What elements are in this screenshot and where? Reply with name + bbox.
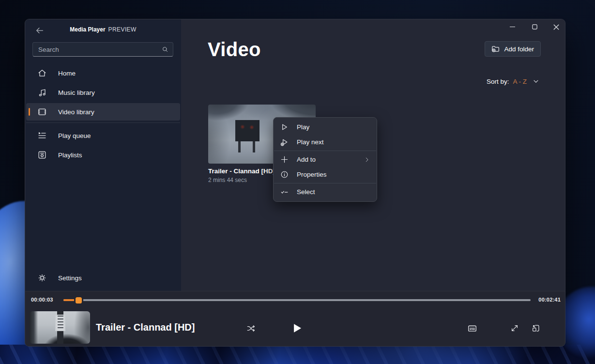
plus-icon	[280, 155, 289, 164]
play-icon	[280, 122, 289, 132]
close-button[interactable]	[545, 19, 565, 34]
menu-item-label: Select	[297, 188, 315, 196]
search-box[interactable]	[32, 42, 173, 57]
menu-item-select[interactable]: Select	[274, 184, 377, 199]
captions-icon	[467, 323, 477, 334]
play-filled-icon	[290, 322, 303, 334]
fullscreen-icon	[510, 323, 519, 333]
total-time: 00:02:41	[538, 297, 561, 303]
play-queue-icon	[37, 131, 47, 140]
add-folder-label: Add folder	[504, 46, 534, 53]
app-title: Media PlayerPREVIEW	[25, 26, 181, 33]
play-next-icon	[280, 137, 289, 147]
minimize-icon	[510, 24, 515, 30]
seek-bar[interactable]	[63, 299, 531, 301]
thumbnail-sign-art	[235, 120, 259, 141]
menu-item-play[interactable]: Play	[274, 120, 377, 135]
folder-add-icon	[491, 45, 500, 53]
chevron-right-icon	[364, 156, 370, 163]
maximize-icon	[532, 24, 537, 30]
player-bar: 00:00:03 00:02:41 Trailer - Clannad [HD]	[25, 291, 565, 347]
now-playing-thumbnail	[30, 311, 90, 344]
sidebar-item-play-queue[interactable]: Play queue	[26, 127, 180, 144]
elapsed-time: 00:00:03	[31, 297, 53, 303]
sort-control[interactable]: Sort by: A - Z	[487, 77, 540, 85]
gear-icon	[37, 273, 47, 283]
sidebar-item-label: Home	[58, 70, 76, 77]
sort-label: Sort by:	[487, 78, 509, 85]
add-folder-button[interactable]: Add folder	[485, 41, 541, 57]
menu-item-label: Add to	[297, 156, 316, 163]
search-input[interactable]	[38, 46, 161, 53]
now-playing-title: Trailer - Clannad [HD]	[96, 322, 195, 333]
fullscreen-button[interactable]	[505, 319, 524, 337]
context-menu: Play Play next Add to	[273, 117, 377, 202]
shuffle-icon	[246, 323, 256, 334]
shuffle-button[interactable]	[242, 319, 260, 337]
maximize-button[interactable]	[523, 19, 546, 34]
wallpaper-bloom-bottom	[0, 345, 595, 364]
menu-item-label: Play next	[297, 138, 324, 146]
minimize-button[interactable]	[501, 19, 523, 34]
mini-player-button[interactable]	[527, 319, 545, 337]
menu-item-label: Play	[297, 123, 309, 131]
sidebar-item-settings[interactable]: Settings	[26, 269, 180, 287]
menu-item-play-next[interactable]: Play next	[274, 135, 377, 150]
sidebar-item-video-library[interactable]: Video library	[26, 103, 180, 121]
mini-player-icon	[531, 323, 541, 333]
main-content: Video Add folder Sort by: A - Z Trailer …	[181, 19, 565, 291]
sidebar-item-label: Settings	[58, 274, 82, 282]
music-note-icon	[37, 88, 47, 97]
sidebar-item-playlists[interactable]: Playlists	[26, 146, 180, 164]
film-strip-icon	[37, 107, 47, 117]
sidebar-item-label: Video library	[58, 108, 94, 116]
multi-select-icon	[280, 187, 289, 197]
menu-item-label: Properties	[297, 171, 327, 178]
sidebar-item-home[interactable]: Home	[26, 64, 180, 82]
playlists-icon	[37, 150, 47, 160]
app-title-text: Media Player	[70, 26, 105, 33]
menu-item-add-to[interactable]: Add to	[274, 152, 377, 167]
close-icon	[553, 24, 559, 30]
menu-separator	[274, 151, 376, 151]
home-icon	[37, 68, 47, 78]
magnifier-icon[interactable]	[161, 46, 169, 53]
page-title: Video	[208, 39, 261, 61]
play-pause-button[interactable]	[288, 319, 306, 337]
sort-value: A - Z	[513, 78, 527, 85]
thumbnail-pole-sign-art	[55, 315, 65, 331]
media-player-window: Media PlayerPREVIEW Home Music library	[25, 19, 565, 347]
menu-separator	[274, 183, 376, 183]
sidebar-item-label: Play queue	[58, 132, 91, 139]
chevron-down-icon	[532, 77, 540, 85]
menu-item-properties[interactable]: Properties	[274, 167, 377, 182]
seek-thumb[interactable]	[76, 297, 82, 303]
sidebar-nav: Home Music library Video library	[26, 64, 180, 166]
sidebar: Media PlayerPREVIEW Home Music library	[25, 19, 181, 291]
info-circle-icon	[280, 170, 289, 179]
sidebar-divider	[26, 122, 180, 123]
sidebar-item-label: Music library	[58, 89, 95, 96]
preview-badge: PREVIEW	[108, 26, 137, 33]
sidebar-item-music-library[interactable]: Music library	[26, 84, 180, 101]
sidebar-item-label: Playlists	[58, 152, 82, 159]
progress-fill	[63, 299, 76, 301]
captions-button[interactable]	[463, 319, 481, 337]
